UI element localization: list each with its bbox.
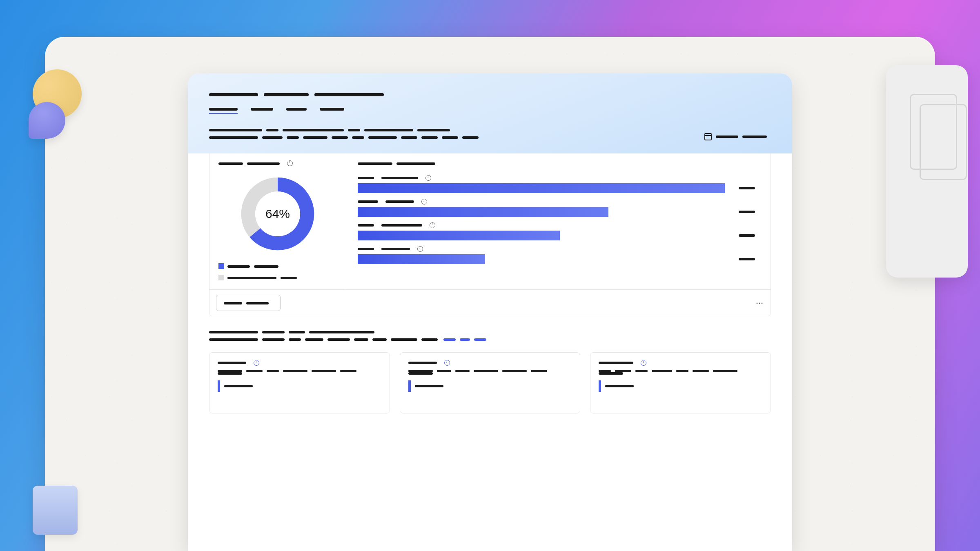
info-icon[interactable] bbox=[417, 246, 423, 252]
bar-value bbox=[739, 211, 759, 213]
tab-0[interactable] bbox=[209, 108, 238, 114]
stat-value bbox=[599, 380, 762, 392]
legend-swatch bbox=[218, 275, 224, 280]
more-menu-icon[interactable]: ⋯ bbox=[756, 298, 764, 307]
lower-section bbox=[188, 316, 792, 413]
stat-card-title bbox=[218, 360, 381, 366]
lower-section-heading bbox=[209, 331, 771, 341]
donut-title bbox=[218, 160, 337, 167]
tab-bar bbox=[209, 108, 771, 114]
legend-item bbox=[218, 274, 337, 281]
bar-track bbox=[358, 207, 732, 217]
bar-group bbox=[358, 246, 759, 264]
bar-value bbox=[739, 234, 759, 237]
bar-label bbox=[358, 222, 759, 228]
bar-track bbox=[358, 231, 732, 240]
calendar-icon bbox=[704, 133, 712, 140]
donut-panel: 64% bbox=[209, 150, 346, 289]
bars-panel bbox=[346, 150, 771, 289]
page-title bbox=[209, 93, 771, 96]
dashboard-window: 64% bbox=[188, 73, 792, 551]
info-icon[interactable] bbox=[430, 222, 435, 228]
info-icon[interactable] bbox=[425, 175, 431, 181]
bar-label bbox=[358, 246, 759, 252]
bars-title bbox=[358, 160, 759, 167]
info-icon[interactable] bbox=[444, 360, 450, 366]
stat-accent-bar bbox=[408, 380, 411, 392]
card-footer: ⋯ bbox=[209, 289, 771, 316]
stat-card-title bbox=[599, 360, 762, 366]
bar-group bbox=[358, 199, 759, 217]
stat-value bbox=[408, 380, 572, 392]
decorative-card-right bbox=[886, 65, 968, 278]
stat-card-2[interactable] bbox=[590, 352, 771, 413]
bar-track bbox=[358, 183, 732, 193]
metrics-summary-card: 64% bbox=[209, 149, 771, 316]
stat-value bbox=[218, 380, 381, 392]
bar-group bbox=[358, 222, 759, 240]
bar-group bbox=[358, 175, 759, 193]
info-icon[interactable] bbox=[254, 360, 259, 366]
tab-1[interactable] bbox=[251, 108, 273, 114]
bar-value bbox=[739, 258, 759, 260]
legend-swatch bbox=[218, 263, 224, 269]
donut-chart: 64% bbox=[239, 175, 316, 253]
date-range-control[interactable] bbox=[704, 133, 771, 140]
desktop-backdrop: 64% bbox=[45, 37, 935, 551]
decorative-shape bbox=[33, 486, 78, 535]
stat-accent-bar bbox=[599, 380, 601, 392]
tab-2[interactable] bbox=[286, 108, 307, 114]
tab-3[interactable] bbox=[320, 108, 344, 114]
info-icon[interactable] bbox=[641, 360, 646, 366]
stat-accent-bar bbox=[218, 380, 220, 392]
section-description bbox=[209, 129, 771, 139]
bar-label bbox=[358, 199, 759, 204]
donut-center-value: 64% bbox=[239, 175, 316, 253]
stat-card-title bbox=[408, 360, 572, 366]
bar-track bbox=[358, 254, 732, 264]
info-icon[interactable] bbox=[421, 199, 427, 204]
dashboard-header bbox=[188, 73, 792, 153]
decorative-shape bbox=[29, 102, 65, 139]
stat-card-1[interactable] bbox=[400, 352, 581, 413]
donut-legend bbox=[218, 262, 337, 281]
footer-action-button[interactable] bbox=[216, 295, 281, 311]
stat-card-0[interactable] bbox=[209, 352, 390, 413]
bar-label bbox=[358, 175, 759, 181]
bar-value bbox=[739, 187, 759, 189]
info-icon[interactable] bbox=[287, 160, 293, 166]
legend-item bbox=[218, 262, 337, 270]
